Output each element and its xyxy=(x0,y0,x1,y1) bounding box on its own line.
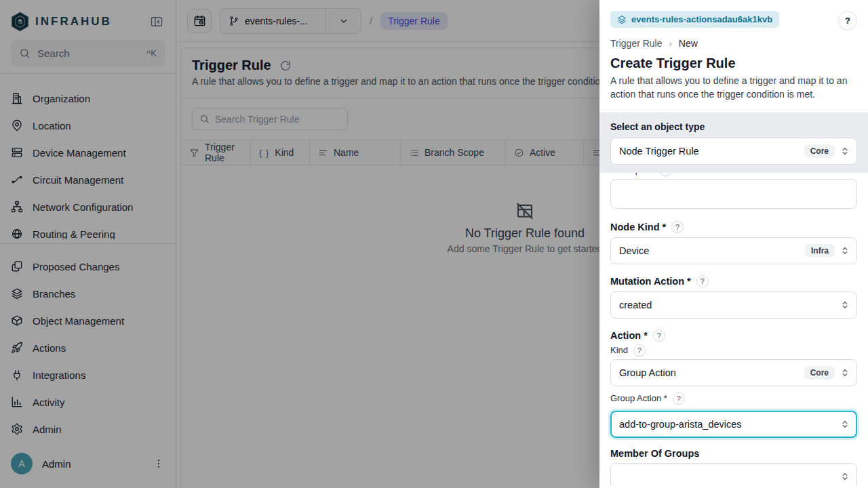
object-type-label: Select an object type xyxy=(610,121,857,132)
help-circle-icon[interactable]: ? xyxy=(653,329,665,342)
clipped-field-label: Description ? xyxy=(610,173,857,178)
node-kind-label-row: Node Kind * ? xyxy=(610,221,857,233)
help-circle-icon[interactable]: ? xyxy=(696,275,709,287)
mutation-action-label: Mutation Action * xyxy=(610,276,691,287)
action-label: Action * xyxy=(610,330,648,341)
group-action-label: Group Action * xyxy=(610,393,667,403)
breadcrumb-parent[interactable]: Trigger Rule xyxy=(610,38,663,49)
core-badge: Core xyxy=(804,144,835,158)
member-of-groups-label: Member Of Groups xyxy=(610,448,699,459)
chevrons-up-down-icon xyxy=(840,146,850,156)
group-action-select[interactable]: add-to-group-arista_devices xyxy=(610,411,857,438)
mutation-action-select[interactable]: created xyxy=(610,291,857,319)
kind-label: Kind xyxy=(610,345,628,355)
drawer-breadcrumb: Trigger Rule › New xyxy=(610,38,857,49)
branch-badge-label: events-rules-actionsadau6ak1kvb xyxy=(631,14,772,24)
help-circle-icon[interactable]: ? xyxy=(660,173,672,176)
chevron-right-icon: › xyxy=(669,39,672,49)
drawer-header: events-rules-actionsadau6ak1kvb ? Trigge… xyxy=(599,0,868,102)
drawer-title: Create Trigger Rule xyxy=(610,56,857,71)
node-kind-select[interactable]: Device Infra xyxy=(610,237,857,264)
group-action-label-row: Group Action * ? xyxy=(610,392,857,405)
chevrons-up-down-icon xyxy=(840,368,850,378)
chevrons-up-down-icon xyxy=(840,472,850,481)
help-circle-icon[interactable]: ? xyxy=(633,344,646,357)
action-kind-select[interactable]: Group Action Core xyxy=(610,359,857,386)
object-type-select[interactable]: Node Trigger Rule Core xyxy=(610,138,857,165)
core-badge: Core xyxy=(804,366,835,380)
action-label-row: Action * ? xyxy=(610,329,857,342)
object-type-section: Select an object type Node Trigger Rule … xyxy=(599,113,868,173)
breadcrumb-current: New xyxy=(679,38,698,49)
infra-badge: Infra xyxy=(805,244,835,258)
member-of-groups-select[interactable] xyxy=(610,463,857,486)
layers-icon xyxy=(617,15,627,24)
drawer-description: A rule that allows you to define a trigg… xyxy=(610,74,857,102)
kind-label-row: Kind ? xyxy=(610,344,857,357)
modal-overlay[interactable] xyxy=(0,0,599,488)
create-trigger-rule-drawer: events-rules-actionsadau6ak1kvb ? Trigge… xyxy=(599,0,868,488)
member-of-groups-label-row: Member Of Groups xyxy=(610,448,857,459)
help-circle-icon[interactable]: ? xyxy=(673,392,685,405)
branch-badge[interactable]: events-rules-actionsadau6ak1kvb xyxy=(610,11,779,28)
description-label: Description xyxy=(610,173,654,176)
mutation-action-label-row: Mutation Action * ? xyxy=(610,275,857,287)
chevrons-up-down-icon xyxy=(840,420,850,429)
description-input[interactable] xyxy=(610,179,857,209)
help-button[interactable]: ? xyxy=(838,11,857,30)
help-circle-icon[interactable]: ? xyxy=(671,221,684,233)
chevrons-up-down-icon xyxy=(840,246,850,256)
drawer-form: Description ? Node Kind * ? Device Infra… xyxy=(599,173,868,486)
node-kind-label: Node Kind * xyxy=(610,222,666,232)
chevrons-up-down-icon xyxy=(840,300,850,310)
